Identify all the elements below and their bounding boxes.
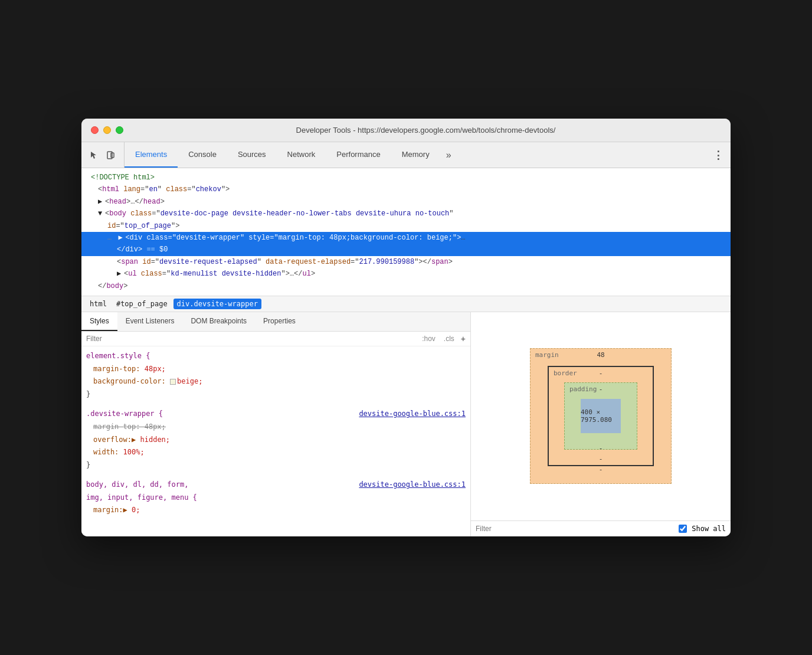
box-model: margin 48 border - padding - xyxy=(530,348,672,484)
padding-bottom-value: - xyxy=(599,444,603,452)
breadcrumb: html #top_of_page div.devsite-wrapper xyxy=(81,296,731,312)
dom-line-selected-end: </div> == $0 xyxy=(81,244,731,256)
dom-line-html[interactable]: <html lang="en" class="chekov"> xyxy=(81,184,731,195)
tab-sources[interactable]: Sources xyxy=(227,142,277,168)
tab-performance[interactable]: Performance xyxy=(326,142,391,168)
minimize-button[interactable] xyxy=(103,126,111,134)
dom-line-head[interactable]: ▶<head>…</head> xyxy=(81,196,731,208)
margin-label: margin xyxy=(535,351,559,359)
tab-event-listeners[interactable]: Event Listeners xyxy=(117,312,183,331)
dom-line-selected[interactable]: … ▶<div class="devsite-wrapper" style="m… xyxy=(81,232,731,244)
css-prop-margin-top[interactable]: margin-top: 48px; xyxy=(86,363,466,376)
styles-filter-input[interactable] xyxy=(86,335,415,343)
toolbar-icons xyxy=(81,142,125,168)
css-rule-close: } xyxy=(86,388,466,401)
add-style-button[interactable]: + xyxy=(461,334,466,343)
css-rule-body-div: body, div, dl, dd, form, devsite-google-… xyxy=(86,479,466,517)
styles-panel: Styles Event Listeners DOM Breakpoints P… xyxy=(81,312,471,536)
titlebar: Developer Tools - https://developers.goo… xyxy=(81,119,731,142)
breadcrumb-html[interactable]: html xyxy=(86,299,110,309)
breadcrumb-top-of-page[interactable]: #top_of_page xyxy=(113,299,171,309)
window-title: Developer Tools - https://developers.goo… xyxy=(130,126,721,135)
cls-button[interactable]: .cls xyxy=(442,334,456,343)
tab-network[interactable]: Network xyxy=(277,142,326,168)
panel-tabs: Styles Event Listeners DOM Breakpoints P… xyxy=(81,312,470,332)
more-tabs-button[interactable]: » xyxy=(440,142,457,168)
cursor-icon[interactable] xyxy=(89,149,100,161)
doctype-comment: <!DOCTYPE html> xyxy=(91,173,155,182)
styles-content: element.style { margin-top: 48px; backgr… xyxy=(81,346,470,536)
css-selector-body-div-2: img, input, figure, menu { xyxy=(86,492,466,505)
margin-top-value: 48 xyxy=(597,351,604,359)
dom-line-body[interactable]: ▼<body class="devsite-doc-page devsite-h… xyxy=(81,208,731,220)
padding-top-value: - xyxy=(599,385,603,393)
padding-label: padding xyxy=(569,385,597,393)
margin-bottom-value: - xyxy=(599,466,603,473)
tab-console[interactable]: Console xyxy=(178,142,227,168)
css-rule-devsite-wrapper: .devsite-wrapper { devsite-google-blue.c… xyxy=(86,408,466,471)
box-model-area: margin 48 border - padding - xyxy=(471,312,731,520)
content-size: 400 × 7975.080 xyxy=(581,408,621,424)
styles-filter-bar: :hov .cls + xyxy=(81,332,470,346)
tab-styles[interactable]: Styles xyxy=(81,312,117,331)
css-prop-width[interactable]: width: 100%; xyxy=(86,446,466,459)
device-icon[interactable] xyxy=(105,149,117,161)
content-layer: 400 × 7975.080 xyxy=(581,399,621,433)
maximize-button[interactable] xyxy=(116,126,123,134)
dom-line-body-id: id="top_of_page"> xyxy=(81,220,731,232)
tab-dom-breakpoints[interactable]: DOM Breakpoints xyxy=(182,312,255,331)
breadcrumb-devsite-wrapper[interactable]: div.devsite-wrapper xyxy=(173,299,261,309)
traffic-lights xyxy=(91,126,123,134)
border-label: border xyxy=(554,369,577,377)
box-model-panel: margin 48 border - padding - xyxy=(471,312,731,536)
css-selector-devsite-wrapper: .devsite-wrapper { devsite-google-blue.c… xyxy=(86,408,466,421)
bottom-section: Styles Event Listeners DOM Breakpoints P… xyxy=(81,312,731,536)
border-bottom-value: - xyxy=(599,455,603,463)
border-value: - xyxy=(599,369,603,377)
tab-memory[interactable]: Memory xyxy=(391,142,440,168)
devtools-menu-button[interactable]: ⋮ xyxy=(706,142,731,168)
tabs: Elements Console Sources Network Perform… xyxy=(125,142,706,168)
css-prop-background-color[interactable]: background-color: beige; xyxy=(86,375,466,388)
hov-button[interactable]: :hov xyxy=(420,334,437,343)
tab-elements[interactable]: Elements xyxy=(125,142,178,168)
dom-line-ul[interactable]: ▶<ul class="kd-menulist devsite-hidden">… xyxy=(81,268,731,280)
close-button[interactable] xyxy=(91,126,99,134)
toolbar: Elements Console Sources Network Perform… xyxy=(81,142,731,168)
dom-line-body-close: </body> xyxy=(81,280,731,292)
css-rule-element-style: element.style { margin-top: 48px; backgr… xyxy=(86,350,466,401)
computed-filter-bar: Show all xyxy=(471,520,731,536)
dom-line-span[interactable]: <span id="devsite-request-elapsed" data-… xyxy=(81,256,731,268)
css-rule-close2: } xyxy=(86,459,466,472)
css-prop-margin[interactable]: margin:▶ 0; xyxy=(86,504,466,517)
show-all-checkbox[interactable] xyxy=(679,525,687,533)
css-prop-margin-top-strike[interactable]: margin-top: 48px; xyxy=(86,421,466,434)
devtools-window: Developer Tools - https://developers.goo… xyxy=(81,119,731,536)
css-selector-body-div: body, div, dl, dd, form, devsite-google-… xyxy=(86,479,466,492)
css-prop-overflow[interactable]: overflow:▶ hidden; xyxy=(86,434,466,447)
show-all-label: Show all xyxy=(692,525,726,533)
computed-filter-input[interactable] xyxy=(476,525,674,533)
filter-options: :hov .cls + xyxy=(420,334,466,343)
dom-tree: <!DOCTYPE html> <html lang="en" class="c… xyxy=(81,168,731,296)
dom-line-doctype: <!DOCTYPE html> xyxy=(81,172,731,184)
tab-properties[interactable]: Properties xyxy=(255,312,304,331)
css-selector-element-style: element.style { xyxy=(86,350,466,363)
